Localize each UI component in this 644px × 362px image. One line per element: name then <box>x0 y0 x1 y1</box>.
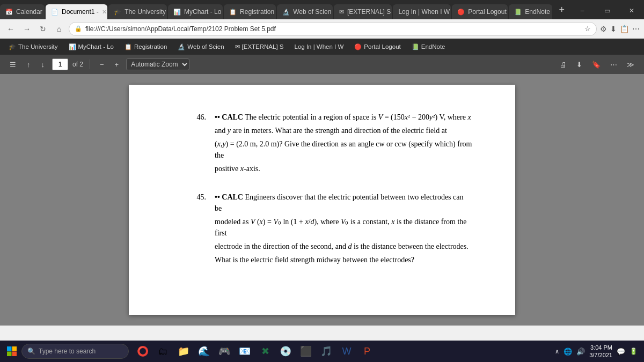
back-button[interactable]: ← <box>4 23 17 35</box>
taskbar-app-cortana[interactable]: ⭕ <box>133 342 152 361</box>
bookmark-login[interactable]: Log In | When I W <box>290 42 348 51</box>
taskbar-app-cd[interactable]: 💿 <box>276 342 295 361</box>
close-button[interactable]: ✕ <box>619 2 644 19</box>
taskbar-app-powerpoint[interactable]: P <box>357 342 377 361</box>
time-block[interactable]: 3:04 PM 3/7/2021 <box>589 344 612 359</box>
network-icon[interactable]: 🌐 <box>564 348 572 356</box>
tab-webofscience[interactable]: 🔬 Web of Scien <box>277 4 333 19</box>
tab-login[interactable]: Log In | When I W <box>393 4 451 19</box>
bookmark-external[interactable]: ✉ [EXTERNAL] S <box>231 42 288 51</box>
pdf-save-button[interactable]: ⬇ <box>573 59 586 70</box>
bookmark-university-icon: 🎓 <box>9 43 16 50</box>
reading-list-icon[interactable]: 📋 <box>620 25 629 33</box>
bookmark-portallogout-label: Portal Logout <box>364 43 400 50</box>
tab-document1[interactable]: 📄 Document1 - ✕ <box>46 4 107 19</box>
system-tray: ∧ 🌐 🔊 <box>555 348 585 356</box>
home-button[interactable]: ⌂ <box>53 23 65 35</box>
volume-icon[interactable]: 🔊 <box>576 348 585 356</box>
bookmark-university[interactable]: 🎓 The University <box>4 42 62 51</box>
pdf-scroll-up-button[interactable]: ↑ <box>24 59 34 70</box>
bookmark-mychart-icon: 📊 <box>69 43 76 50</box>
taskbar-app-steam[interactable]: 🎮 <box>215 342 234 361</box>
tab-close-button[interactable]: ✕ <box>102 9 107 16</box>
toolbar-separator-1 <box>90 60 90 69</box>
pdf-zoom-out-button[interactable]: − <box>97 59 107 70</box>
endnote-icon: 📗 <box>514 9 522 16</box>
address-box[interactable]: 🔒 file:///C:/Users/simon/AppData/Local/T… <box>69 22 597 36</box>
taskbar-app-taskview[interactable]: 🗂 <box>153 342 173 361</box>
extensions-icon[interactable]: ⚙ <box>600 25 607 33</box>
bookmark-portallogout-icon: 🔴 <box>354 43 362 50</box>
pdf-print-button[interactable]: 🖨 <box>557 59 570 70</box>
taskbar-app-edge[interactable]: 🌊 <box>194 342 214 361</box>
taskbar-app-word[interactable]: W <box>337 342 356 361</box>
problem-46-line4: positive x-axis. <box>215 163 472 174</box>
notification-icon[interactable]: 💬 <box>617 348 625 356</box>
pdf-content-wrapper[interactable]: 46. •• CALC The electric potential in a … <box>0 74 644 326</box>
bookmark-star-icon[interactable]: ☆ <box>584 25 591 33</box>
bookmarks-bar: 🎓 The University 📊 MyChart - Lo 📋 Regist… <box>0 39 644 55</box>
calendar-icon: 📅 <box>5 9 13 16</box>
current-time: 3:04 PM <box>589 344 612 351</box>
problem-45-line1: •• CALC Engineers discover that the elec… <box>215 191 472 214</box>
bookmark-login-label: Log In | When I W <box>295 43 344 50</box>
maximize-button[interactable]: ▭ <box>595 2 619 19</box>
tab-portallogout[interactable]: 🔴 Portal Logout <box>452 4 508 19</box>
email-icon: ✉ <box>339 9 344 16</box>
problem-46-block: 46. •• CALC The electric potential in a … <box>182 112 472 176</box>
bookmark-registration[interactable]: 📋 Registration <box>120 42 171 51</box>
tab-external[interactable]: ✉ [EXTERNAL] S <box>334 4 392 19</box>
tab-university[interactable]: 🎓 The University <box>108 4 167 19</box>
tab-endnote-label: EndNote <box>525 8 550 16</box>
address-text: file:///C:/Users/simon/AppData/Local/Tem… <box>85 25 581 33</box>
battery-icon[interactable]: 🔋 <box>630 348 638 355</box>
pdf-more-button[interactable]: ⋯ <box>607 59 620 70</box>
pdf-expand-button[interactable]: ≫ <box>624 59 638 70</box>
new-tab-button[interactable]: + <box>553 0 570 19</box>
tab-calendar[interactable]: 📅 Calendar <box>0 4 45 19</box>
bookmark-mychart-label: MyChart - Lo <box>78 43 114 50</box>
problem-46-line3: (x,y) = (2.0 m, 2.0 m)? Give the directi… <box>215 138 472 161</box>
pdf-toggle-sidebar-button[interactable]: ☰ <box>6 59 19 70</box>
menu-icon[interactable]: ⋯ <box>632 25 640 33</box>
taskbar-app-fileexplorer[interactable]: 📁 <box>174 342 193 361</box>
taskbar-search[interactable]: 🔍 Type here to search <box>21 344 129 359</box>
reload-button[interactable]: ↻ <box>36 23 49 35</box>
minimize-button[interactable]: – <box>570 2 595 19</box>
taskbar-app-itunes[interactable]: 🎵 <box>317 342 336 361</box>
problem-46-keyword: CALC <box>222 113 243 121</box>
pdf-bookmark-button[interactable]: 🔖 <box>589 59 604 70</box>
tab-registration[interactable]: 📋 Registration <box>224 4 276 19</box>
problem-45-line2: modeled as V (x) = V₀ ln (1 + x/d), wher… <box>215 216 472 239</box>
pdf-scroll-down-button[interactable]: ↓ <box>38 59 48 70</box>
bookmark-registration-label: Registration <box>134 43 167 50</box>
pdf-page-input[interactable]: 1 <box>52 58 68 70</box>
tab-registration-label: Registration <box>240 8 274 16</box>
chevron-up-icon[interactable]: ∧ <box>555 348 559 355</box>
bookmark-webofscience[interactable]: 🔬 Web of Scien <box>173 42 228 51</box>
taskbar-app-mail[interactable]: 📧 <box>235 342 254 361</box>
problem-46-number: 46. <box>182 112 215 176</box>
problem-45-block: 45. •• CALC Engineers discover that the … <box>182 191 472 268</box>
tab-external-label: [EXTERNAL] S <box>347 8 391 16</box>
document-icon: 📄 <box>51 9 58 16</box>
university-icon: 🎓 <box>114 9 121 16</box>
taskbar-app-excel[interactable]: ✖ <box>255 342 275 361</box>
tab-mychart[interactable]: 📊 MyChart - Lo <box>168 4 223 19</box>
forward-button[interactable]: → <box>20 23 33 35</box>
bookmark-external-icon: ✉ <box>235 43 240 50</box>
tab-endnote[interactable]: 📗 EndNote <box>509 4 552 19</box>
problem-45-dots: •• <box>215 193 220 201</box>
taskbar-app-terminal[interactable]: ⬛ <box>296 342 316 361</box>
problem-46-line2: and y are in meters. What are the streng… <box>215 125 472 136</box>
pdf-page: 46. •• CALC The electric potential in a … <box>129 85 515 315</box>
pdf-zoom-in-button[interactable]: + <box>112 59 122 70</box>
start-button[interactable] <box>2 342 21 361</box>
bookmark-mychart[interactable]: 📊 MyChart - Lo <box>64 42 118 51</box>
download-icon[interactable]: ⬇ <box>610 25 617 33</box>
pdf-zoom-select[interactable]: Automatic Zoom 50% 75% 100% 125% 150% <box>126 58 189 70</box>
bookmark-endnote-icon: 📗 <box>412 43 419 50</box>
bookmark-endnote[interactable]: 📗 EndNote <box>407 42 450 51</box>
problem-46-text: •• CALC The electric potential in a regi… <box>215 112 472 176</box>
bookmark-portallogout[interactable]: 🔴 Portal Logout <box>350 42 405 51</box>
